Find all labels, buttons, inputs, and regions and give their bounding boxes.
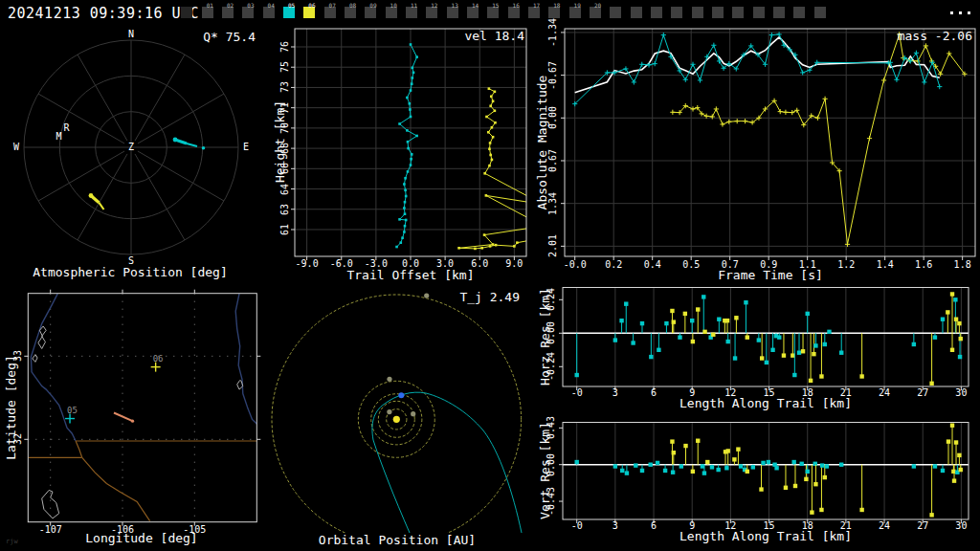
- event-slot-label: 06: [308, 3, 315, 9]
- compass-south-label: S: [128, 256, 134, 266]
- map-ytick: 33: [13, 350, 23, 362]
- horz-res-xtick: 3: [612, 388, 618, 398]
- event-slot-label: 11: [411, 3, 417, 9]
- radiant-marker-0: R: [63, 123, 69, 133]
- horz-res-xtick: 12: [724, 388, 736, 398]
- horz-res-xtick: 21: [840, 388, 852, 398]
- vert-res-plot: [559, 423, 969, 524]
- vert-res-xtick: 30: [955, 521, 967, 531]
- event-slot-empty[interactable]: [753, 7, 765, 18]
- mag-xtick: 1.2: [837, 260, 855, 270]
- trail-ytick: 63: [280, 204, 290, 215]
- trail-ytick: 70: [280, 122, 290, 134]
- mag-ytick: -0.67: [548, 61, 558, 90]
- mag-xtick: 0.7: [722, 260, 739, 270]
- vert-res-xtick: 24: [879, 521, 890, 531]
- overflow-menu-icon[interactable]: [950, 11, 970, 14]
- vert-res-ytick: -0.43: [546, 487, 556, 516]
- event-slot-label: 01: [207, 3, 213, 9]
- mag-xtick: 0.9: [760, 260, 777, 270]
- trail-xtick: 0.0: [402, 259, 419, 269]
- vert-res-xtick: 3: [612, 521, 618, 531]
- mag-xtick: 1.6: [915, 260, 932, 270]
- planet-jupiter: [424, 293, 429, 298]
- event-slot-label: 16: [513, 3, 520, 9]
- horz-res-xtick: 24: [879, 388, 890, 398]
- event-slot-empty[interactable]: [692, 7, 703, 18]
- mag-ytick: 1.34: [548, 192, 558, 215]
- app-window: 20241213 09:39:16 UTC 010203040506070809…: [0, 0, 980, 551]
- trail-xtick: -3.0: [365, 259, 388, 269]
- vert-res-xtick: -0: [571, 521, 583, 531]
- event-slot-label: 14: [472, 3, 479, 9]
- map-xtick: -106: [111, 525, 134, 535]
- planet-mars: [387, 377, 391, 382]
- event-slot-empty[interactable]: [671, 7, 682, 18]
- event-slot-label: 18: [553, 3, 560, 9]
- event-slot-label: 03: [247, 3, 254, 9]
- event-slot-label: 13: [452, 3, 458, 9]
- event-slot-label: 10: [390, 3, 397, 9]
- mag-xtick: 0.2: [605, 260, 622, 270]
- event-slot-label: 02: [227, 3, 234, 9]
- planet-earth: [398, 392, 404, 398]
- vert-res-xtick: 21: [840, 521, 852, 531]
- trail-ytick: 75: [280, 61, 290, 73]
- compass-north-label: N: [128, 30, 134, 39]
- horz-res-xtick: 6: [651, 388, 657, 398]
- trail-ytick: 64: [280, 184, 290, 195]
- event-slot-empty[interactable]: [631, 7, 642, 18]
- atmospheric-xlabel: Atmospheric Position [deg]: [33, 266, 228, 278]
- event-slot-empty[interactable]: [651, 7, 662, 18]
- map-xtick: -107: [39, 525, 62, 535]
- planet-mercury: [387, 409, 391, 414]
- vert-res-xlabel: Length Along Trail [km]: [679, 530, 852, 542]
- vert-res-xtick: 27: [917, 521, 928, 531]
- event-slot-empty[interactable]: [610, 7, 621, 18]
- event-slot-label: 04: [268, 3, 275, 9]
- watermark: rjw: [6, 539, 18, 545]
- horz-res-plot: [559, 288, 969, 391]
- trail-ytick: 61: [280, 224, 290, 235]
- mag-xtick: 1.4: [877, 260, 894, 270]
- map-features: [28, 294, 256, 520]
- horz-res-xtick: -0: [571, 388, 583, 398]
- station-label-06: 06: [153, 354, 164, 364]
- vert-res-ytick: 0.43: [546, 416, 556, 439]
- event-slot-label: 12: [431, 3, 437, 9]
- event-slot-label: 19: [574, 3, 581, 9]
- tisserand-value: T_j 2.49: [459, 291, 520, 303]
- vert-res-xtick: 18: [802, 521, 813, 531]
- radiant-marker-1: M: [56, 132, 61, 142]
- event-slot-label: 07: [329, 3, 336, 9]
- mag-xtick: 1.1: [799, 260, 816, 270]
- map-plot: [24, 290, 260, 526]
- trail-ytick: 73: [280, 81, 290, 93]
- frame-time-xlabel: Frame Time [s]: [718, 269, 823, 281]
- magnitude-ylabel: Absolute Magnitude: [536, 76, 548, 210]
- event-slot-label: 08: [349, 3, 356, 9]
- compass-zenith-label: Z: [128, 143, 134, 152]
- event-slot-empty[interactable]: [773, 7, 785, 18]
- event-slot-empty[interactable]: [732, 7, 744, 18]
- event-slot-empty[interactable]: [793, 7, 805, 18]
- trail-ytick: 68: [280, 143, 290, 154]
- event-slot-label: 09: [369, 3, 376, 9]
- event-slot-label: 15: [492, 3, 499, 9]
- horz-res-xtick: 18: [802, 388, 813, 398]
- trail-ytick: 71: [280, 102, 290, 114]
- map-ytick: 32: [13, 433, 23, 445]
- magnitude-plot: [561, 29, 975, 260]
- event-slot-empty[interactable]: [181, 7, 192, 18]
- mass-value: mass -2.06: [898, 30, 972, 42]
- event-slot-empty[interactable]: [814, 7, 826, 18]
- vert-res-ytick: 0.00: [546, 453, 556, 476]
- mag-ytick: -1.34: [548, 18, 558, 47]
- mag-ytick: 0.67: [548, 149, 558, 172]
- horz-res-ytick: 0.00: [546, 321, 556, 344]
- horz-res-xtick: 30: [955, 388, 967, 398]
- event-slot-empty[interactable]: [712, 7, 724, 18]
- vert-res-xtick: 6: [651, 521, 657, 531]
- timestamp: 20241213 09:39:16 UTC: [8, 7, 199, 21]
- velocity-value: vel 18.4: [464, 30, 524, 42]
